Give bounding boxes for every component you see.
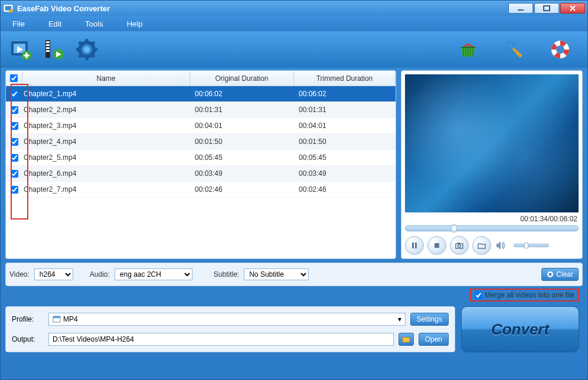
- window-title: EaseFab Video Converter: [17, 4, 110, 13]
- preview-time: 00:01:34/00:06:02: [405, 212, 579, 225]
- table-row[interactable]: Chapter2_6.mp400:03:4900:03:49: [6, 166, 396, 182]
- menu-help[interactable]: Help: [127, 19, 143, 28]
- cell-name: Chapter2_2.mp4: [22, 106, 190, 114]
- file-table: Name Original Duration Trimmed Duration …: [5, 70, 396, 259]
- close-button[interactable]: [560, 3, 585, 14]
- cell-trimmed: 00:03:49: [294, 169, 396, 178]
- header-checkbox[interactable]: [10, 74, 18, 82]
- audio-label: Audio:: [90, 270, 110, 279]
- svg-rect-29: [412, 243, 414, 248]
- table-row[interactable]: Chapter2_1.mp400:06:0200:06:02: [6, 86, 396, 102]
- menubar: File Edit Tools Help: [1, 16, 587, 31]
- open-output-button[interactable]: Open: [419, 333, 449, 346]
- preview-video[interactable]: [405, 74, 579, 212]
- col-name[interactable]: Name: [22, 71, 190, 86]
- seek-bar[interactable]: [405, 225, 579, 231]
- open-folder-button[interactable]: [472, 236, 491, 255]
- output-path-input[interactable]: D:\Test Videos\MP4-H264: [48, 333, 394, 346]
- snapshot-button[interactable]: [450, 236, 469, 255]
- subtitle-label: Subtitle:: [214, 270, 239, 279]
- svg-rect-34: [458, 243, 460, 244]
- row-checkbox[interactable]: [11, 106, 18, 114]
- maximize-button[interactable]: [534, 3, 559, 14]
- cell-name: Chapter2_4.mp4: [22, 137, 190, 146]
- cell-original: 00:03:49: [190, 169, 294, 178]
- merge-checkbox[interactable]: [475, 291, 482, 299]
- volume-knob[interactable]: [524, 243, 528, 248]
- svg-rect-3: [518, 9, 524, 11]
- app-window: EaseFab Video Converter File Edit Tools …: [0, 0, 588, 380]
- svg-line-22: [79, 42, 81, 44]
- cell-original: 00:01:50: [190, 137, 294, 146]
- svg-line-24: [92, 42, 94, 44]
- titlebar: EaseFab Video Converter: [1, 1, 587, 16]
- app-icon: [3, 3, 14, 14]
- svg-line-25: [79, 55, 81, 57]
- svg-line-23: [92, 55, 94, 57]
- table-row[interactable]: Chapter2_7.mp400:02:4600:02:46: [6, 182, 396, 198]
- svg-point-17: [84, 47, 90, 53]
- video-combo[interactable]: h264: [34, 268, 73, 280]
- settings-button[interactable]: Settings: [410, 313, 449, 326]
- cell-trimmed: 00:04:01: [294, 122, 396, 130]
- cell-name: Chapter2_1.mp4: [22, 90, 190, 98]
- volume-slider[interactable]: [514, 244, 549, 247]
- edit-video-button[interactable]: [41, 37, 67, 63]
- svg-rect-31: [435, 243, 439, 248]
- clear-button[interactable]: Clear: [541, 268, 579, 281]
- table-row[interactable]: Chapter2_4.mp400:01:5000:01:50: [6, 134, 396, 150]
- cell-name: Chapter2_6.mp4: [22, 169, 190, 178]
- col-trimmed[interactable]: Trimmed Duration: [294, 71, 396, 86]
- row-checkbox[interactable]: [11, 186, 18, 194]
- cell-trimmed: 00:05:45: [294, 153, 396, 162]
- svg-rect-13: [46, 50, 50, 52]
- register-key-icon[interactable]: [501, 37, 527, 63]
- cell-trimmed: 00:06:02: [294, 90, 396, 98]
- profile-combo[interactable]: MP4 ▾: [48, 313, 406, 326]
- stream-options-row: Video: h264 Audio: eng aac 2CH Subtitle:…: [5, 263, 583, 286]
- profile-format-icon: [53, 315, 61, 323]
- audio-combo[interactable]: eng aac 2CH: [115, 268, 192, 280]
- subtitle-combo[interactable]: No Subtitle: [244, 268, 309, 280]
- help-lifebuoy-icon[interactable]: [547, 37, 573, 63]
- svg-point-28: [556, 45, 564, 54]
- pause-button[interactable]: [405, 236, 424, 255]
- table-row[interactable]: Chapter2_5.mp400:05:4500:05:45: [6, 150, 396, 166]
- svg-rect-12: [46, 47, 50, 49]
- seek-knob[interactable]: [450, 224, 458, 232]
- col-original[interactable]: Original Duration: [190, 71, 294, 86]
- row-checkbox[interactable]: [11, 154, 18, 162]
- convert-button[interactable]: Convert: [461, 306, 579, 352]
- preview-panel: 00:01:34/00:06:02: [401, 70, 583, 259]
- browse-folder-button[interactable]: [398, 333, 414, 346]
- row-checkbox[interactable]: [11, 138, 18, 146]
- output-label: Output:: [12, 335, 44, 343]
- svg-rect-4: [544, 6, 550, 11]
- cell-trimmed: 00:02:46: [294, 185, 396, 194]
- menu-edit[interactable]: Edit: [48, 19, 61, 28]
- menu-file[interactable]: File: [12, 19, 25, 28]
- settings-gear-button[interactable]: [74, 37, 100, 63]
- svg-point-33: [458, 245, 461, 248]
- cell-name: Chapter2_5.mp4: [22, 153, 190, 162]
- output-settings: Profile: MP4 ▾ Settings Output: D:\Test …: [5, 306, 455, 352]
- cell-original: 00:02:46: [190, 185, 294, 194]
- cell-original: 00:04:01: [190, 122, 294, 130]
- row-checkbox[interactable]: [11, 122, 18, 130]
- svg-rect-11: [46, 44, 50, 46]
- menu-tools[interactable]: Tools: [85, 19, 103, 28]
- table-row[interactable]: Chapter2_3.mp400:04:0100:04:01: [6, 118, 396, 134]
- row-checkbox[interactable]: [11, 170, 18, 178]
- add-video-button[interactable]: [8, 37, 34, 63]
- basket-icon[interactable]: [455, 37, 481, 63]
- minimize-button[interactable]: [508, 3, 533, 14]
- svg-rect-30: [415, 243, 417, 248]
- merge-checkbox-group[interactable]: Merge all videos into one file: [470, 289, 579, 302]
- volume-icon[interactable]: [495, 240, 507, 251]
- row-checkbox[interactable]: [11, 90, 18, 98]
- merge-label: Merge all videos into one file: [485, 291, 574, 299]
- table-row[interactable]: Chapter2_2.mp400:01:3100:01:31: [6, 102, 396, 118]
- svg-rect-37: [53, 316, 60, 318]
- svg-point-2: [9, 9, 13, 13]
- stop-button[interactable]: [427, 236, 446, 255]
